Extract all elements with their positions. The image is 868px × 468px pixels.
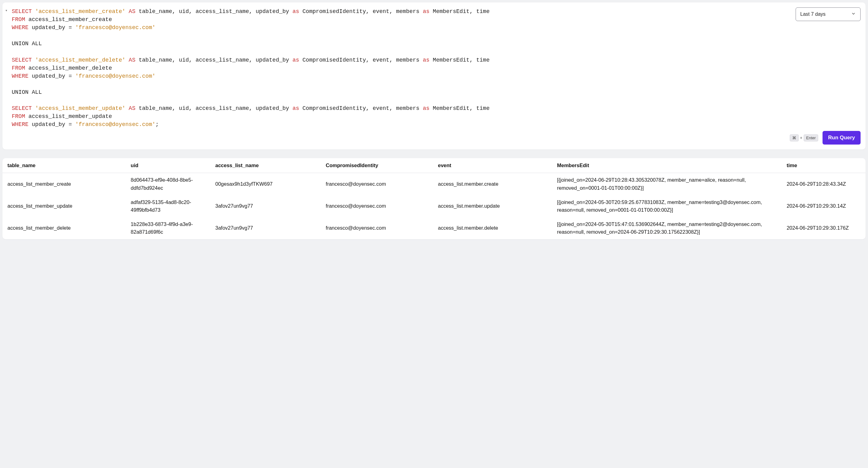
date-range-dropdown[interactable]: Last 7 days (796, 7, 861, 21)
cell-event: access_list.member.create (435, 173, 554, 195)
table-row[interactable]: access_list_member_delete1b228e33-6873-4… (2, 217, 866, 239)
col-header-table-name[interactable]: table_name (2, 158, 128, 173)
cell-members-edit: [{joined_on=2024-06-29T10:28:43.30532007… (554, 173, 783, 195)
cell-event: access_list.member.delete (435, 217, 554, 239)
cell-compromised-identity: francesco@doyensec.com (323, 173, 435, 195)
run-query-button[interactable]: Run Query (823, 131, 861, 145)
cell-table-name: access_list_member_create (2, 173, 128, 195)
results-panel: table_name uid access_list_name Compromi… (2, 158, 866, 239)
chevron-down-icon (851, 11, 856, 17)
cell-time: 2024-06-29T10:29:30.14Z (783, 195, 866, 217)
sql-editor[interactable]: SELECT 'access_list_member_create' AS ta… (7, 7, 861, 128)
cell-table-name: access_list_member_update (2, 195, 128, 217)
cell-members-edit: [{joined_on=2024-05-30T20:59:25.67783108… (554, 195, 783, 217)
query-editor-panel: ▾ Last 7 days SELECT 'access_list_member… (2, 2, 866, 149)
col-header-compromised-identity[interactable]: CompromisedIdentity (323, 158, 435, 173)
cell-uid: 8d064473-ef9e-408d-8be5-ddfd7bd924ec (128, 173, 212, 195)
col-header-access-list-name[interactable]: access_list_name (212, 158, 323, 173)
cell-members-edit: [{joined_on=2024-05-30T15:47:01.53690264… (554, 217, 783, 239)
collapse-toggle-icon[interactable]: ▾ (6, 9, 7, 12)
table-row[interactable]: access_list_member_create8d064473-ef9e-4… (2, 173, 866, 195)
col-header-event[interactable]: event (435, 158, 554, 173)
cell-compromised-identity: francesco@doyensec.com (323, 217, 435, 239)
cell-compromised-identity: francesco@doyensec.com (323, 195, 435, 217)
cell-table-name: access_list_member_delete (2, 217, 128, 239)
table-row[interactable]: access_list_member_updateadfaf329-5135-4… (2, 195, 866, 217)
cell-time: 2024-06-29T10:29:30.176Z (783, 217, 866, 239)
cell-uid: adfaf329-5135-4ad8-8c20-49ff9bfb4d73 (128, 195, 212, 217)
col-header-uid[interactable]: uid (128, 158, 212, 173)
col-header-members-edit[interactable]: MembersEdit (554, 158, 783, 173)
date-range-label: Last 7 days (800, 11, 826, 17)
plus-text: + (800, 135, 802, 140)
keyboard-shortcut-hint: ⌘ + Enter (790, 134, 818, 142)
cell-uid: 1b228e33-6873-4f9d-a3e9-82a871d69f6c (128, 217, 212, 239)
table-header-row: table_name uid access_list_name Compromi… (2, 158, 866, 173)
cell-time: 2024-06-29T10:28:43.34Z (783, 173, 866, 195)
query-footer: ⌘ + Enter Run Query (7, 131, 861, 145)
cell-event: access_list.member.update (435, 195, 554, 217)
cell-access-list-name: 3afov27un9vg77 (212, 217, 323, 239)
col-header-time[interactable]: time (783, 158, 866, 173)
cell-access-list-name: 3afov27un9vg77 (212, 195, 323, 217)
cmd-key-icon: ⌘ (790, 134, 799, 142)
enter-key-icon: Enter (804, 134, 818, 142)
cell-access-list-name: 00gesax9h1d3yfTKW697 (212, 173, 323, 195)
results-table: table_name uid access_list_name Compromi… (2, 158, 866, 239)
